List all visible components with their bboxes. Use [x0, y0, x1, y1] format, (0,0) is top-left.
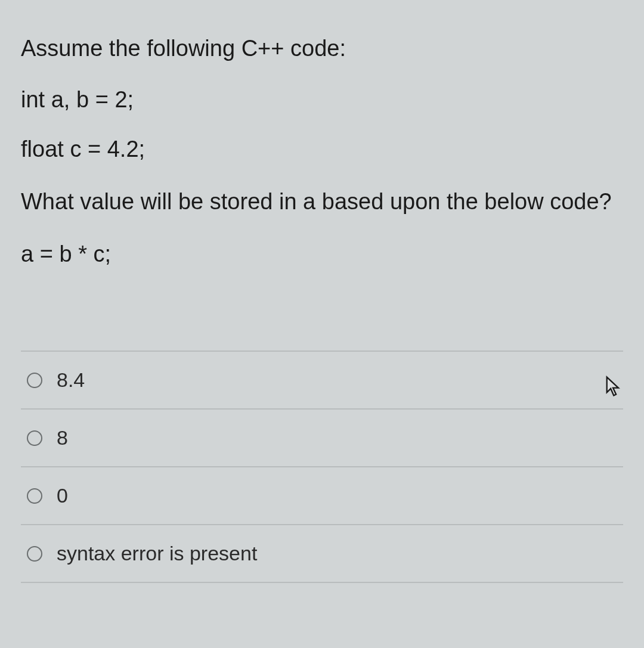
code-expression: a = b * c; [21, 241, 623, 267]
radio-icon [27, 488, 42, 504]
cursor-icon [605, 376, 621, 397]
radio-icon [27, 430, 42, 446]
options-list: 8.4 8 0 syntax error is present [21, 351, 623, 583]
radio-icon [27, 373, 42, 388]
option-label: syntax error is present [57, 542, 257, 565]
quiz-container: Assume the following C++ code: int a, b … [0, 0, 644, 583]
option-4[interactable]: syntax error is present [21, 525, 623, 583]
option-label: 8.4 [57, 368, 85, 392]
option-3[interactable]: 0 [21, 467, 623, 525]
option-label: 8 [57, 426, 68, 449]
option-2[interactable]: 8 [21, 410, 623, 467]
option-label: 0 [57, 484, 68, 507]
code-line-1: int a, b = 2; [21, 87, 623, 113]
code-line-2: float c = 4.2; [21, 137, 623, 162]
question-intro: Assume the following C++ code: [21, 33, 623, 64]
question-prompt: What value will be stored in a based upo… [21, 186, 623, 218]
radio-icon [27, 546, 42, 562]
option-1[interactable]: 8.4 [21, 352, 623, 410]
